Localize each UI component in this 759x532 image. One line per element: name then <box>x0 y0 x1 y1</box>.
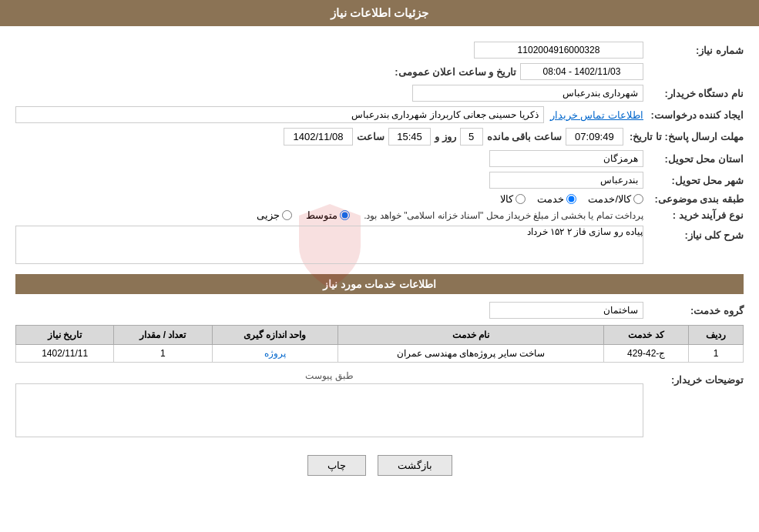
tosih-khridar-container: طبق پیوست <box>15 370 643 440</box>
roz-label: روز و <box>435 131 456 142</box>
services-table: ردیف کد خدمت نام خدمت واحد اندازه گیری ت… <box>15 325 744 363</box>
radio-khedmat-label: خدمت <box>537 193 564 205</box>
group-khedmat-row: گروه خدمت: <box>15 302 744 319</box>
table-row: 1 ج-42-429 ساخت سایر پروژه‌های مهندسی عم… <box>16 345 744 363</box>
shahr-input[interactable] <box>489 172 643 189</box>
shahr-label: شهر محل تحویل: <box>643 175 744 186</box>
tarikh-saat-field-label: تاریخ و ساعت اعلان عمومی: <box>395 66 516 78</box>
radio-kala: کالا <box>500 193 526 205</box>
cell-nam-khedmat: ساخت سایر پروژه‌های مهندسی عمران <box>338 345 604 363</box>
tosih-khridar-label: توضیحات خریدار: <box>643 370 744 386</box>
col-vahed: واحد اندازه گیری <box>212 326 338 345</box>
ijad-konande-label: ایجاد کننده درخواست: <box>643 109 744 121</box>
khadamat-section-title: اطلاعات خدمات مورد نیاز <box>323 278 437 290</box>
tosih-khridar-row: توضیحات خریدار: طبق پیوست <box>15 370 744 440</box>
tabghe-bandi-label: طبقه بندی موضوعی: <box>643 193 744 205</box>
attachments-label: طبق پیوست <box>15 370 643 381</box>
col-tarikh: تاریخ نیاز <box>16 326 114 345</box>
bottom-buttons: بازگشت چاپ <box>15 455 744 476</box>
sharhe-kolli-row: شرح کلی نیاز: Ana پیاده رو سازی فاز ۲ ۱۵… <box>15 226 744 266</box>
shomare-niaz-row: شماره نیاز: <box>15 42 744 59</box>
ostan-input[interactable] <box>489 150 643 167</box>
noe-farayand-label: نوع فرآیند خرید : <box>643 209 744 221</box>
col-tedad: تعداد / مقدار <box>114 326 212 345</box>
radio-kala-input[interactable] <box>516 194 526 204</box>
saatBaghimande-value: 07:09:49 <box>566 128 623 146</box>
mohlat-row: مهلت ارسال پاسخ: تا تاریخ: 07:09:49 ساعت… <box>15 128 744 146</box>
ijad-konande-input[interactable] <box>15 106 544 123</box>
date1-value: 1402/11/08 <box>284 128 353 146</box>
cell-kod-khedmat: ج-42-429 <box>604 345 689 363</box>
nam-dastgah-row: نام دستگاه خریدار: <box>15 85 744 102</box>
tarikh-saat-row: تاریخ و ساعت اعلان عمومی: <box>15 63 744 80</box>
tosih-khridar-textarea[interactable] <box>15 383 643 437</box>
ijad-konande-container: اطلاعات تماس خریدار <box>15 106 643 123</box>
tarikh-saat-container: تاریخ و ساعت اعلان عمومی: <box>395 63 643 80</box>
col-nam-khedmat: نام خدمت <box>338 326 604 345</box>
ostan-row: استان محل تحویل: <box>15 150 744 167</box>
saat-label: ساعت <box>357 131 385 142</box>
col-radif: ردیف <box>688 326 743 345</box>
shomare-niaz-label: شماره نیاز: <box>643 45 744 56</box>
col-kod-khedmat: کد خدمت <box>604 326 689 345</box>
radio-motevaset-label: متوسط <box>306 209 338 221</box>
radio-kala-khedmat: کالا/خدمت <box>588 193 643 205</box>
sharhe-kolli-container: Ana پیاده رو سازی فاز ۲ ۱۵۲ خرداد <box>15 226 643 266</box>
cell-tarikh: 1402/11/11 <box>16 345 114 363</box>
noe-farayand-text: پرداخت تمام یا بخشی از مبلغ خریداز محل "… <box>364 210 643 221</box>
shomare-niaz-input[interactable] <box>474 42 643 59</box>
back-button[interactable]: بازگشت <box>378 455 452 476</box>
khadamat-section-header: اطلاعات خدمات مورد نیاز <box>15 274 744 294</box>
radio-jezee-input[interactable] <box>282 210 292 220</box>
print-button[interactable]: چاپ <box>307 455 366 476</box>
form-section: شماره نیاز: تاریخ و ساعت اعلان عمومی: نا… <box>15 42 744 266</box>
etterlaat-tamas-link[interactable]: اطلاعات تماس خریدار <box>550 109 643 121</box>
radio-khedmat-input[interactable] <box>566 194 576 204</box>
tabghe-bandi-radios: کالا/خدمت خدمت کالا <box>500 193 643 205</box>
noe-farayand-container: پرداخت تمام یا بخشی از مبلغ خریداز محل "… <box>257 209 643 221</box>
cell-tedad: 1 <box>114 345 212 363</box>
radio-khedmat: خدمت <box>537 193 576 205</box>
tabghe-bandi-row: طبقه بندی موضوعی: کالا/خدمت خدمت کالا <box>15 193 744 205</box>
saatBaghimande-label: ساعت باقی مانده <box>487 131 562 142</box>
mohlat-container: 07:09:49 ساعت باقی مانده 5 روز و 15:45 س… <box>284 128 623 146</box>
noe-farayand-row: نوع فرآیند خرید : پرداخت تمام یا بخشی از… <box>15 209 744 221</box>
ostan-label: استان محل تحویل: <box>643 153 744 165</box>
page-wrapper: جزئیات اطلاعات نیاز شماره نیاز: تاریخ و … <box>0 0 759 532</box>
tarikh-saat-input[interactable] <box>520 63 643 80</box>
radio-jezee-label: جزیی <box>257 209 280 221</box>
shahr-row: شهر محل تحویل: <box>15 172 744 189</box>
sharhe-kolli-textarea[interactable]: پیاده رو سازی فاز ۲ ۱۵۲ خرداد <box>15 226 643 264</box>
page-title: جزئیات اطلاعات نیاز <box>331 6 428 19</box>
radio-kala-label: کالا <box>500 193 513 205</box>
radio-kala-khedmat-input[interactable] <box>633 194 643 204</box>
radio-jezee: جزیی <box>257 209 292 221</box>
sharhe-kolli-label: شرح کلی نیاز: <box>643 226 744 241</box>
radio-motevaset: متوسط <box>306 209 350 221</box>
group-khedmat-input[interactable] <box>489 302 643 319</box>
group-khedmat-label: گروه خدمت: <box>643 305 744 316</box>
radio-motevaset-input[interactable] <box>340 210 350 220</box>
cell-radif: 1 <box>688 345 743 363</box>
ijad-konande-row: ایجاد کننده درخواست: اطلاعات تماس خریدار <box>15 106 744 123</box>
radio-kala-khedmat-label: کالا/خدمت <box>588 193 631 205</box>
roz-value: 5 <box>460 128 483 146</box>
saat-value: 15:45 <box>388 128 431 146</box>
nam-dastgah-input[interactable] <box>412 85 643 102</box>
main-content: شماره نیاز: تاریخ و ساعت اعلان عمومی: نا… <box>0 38 759 480</box>
cell-vahed: پروژه <box>212 345 338 363</box>
nam-dastgah-label: نام دستگاه خریدار: <box>643 88 744 99</box>
mohlat-label: مهلت ارسال پاسخ: تا تاریخ: <box>623 131 744 142</box>
page-header: جزئیات اطلاعات نیاز <box>0 0 759 26</box>
